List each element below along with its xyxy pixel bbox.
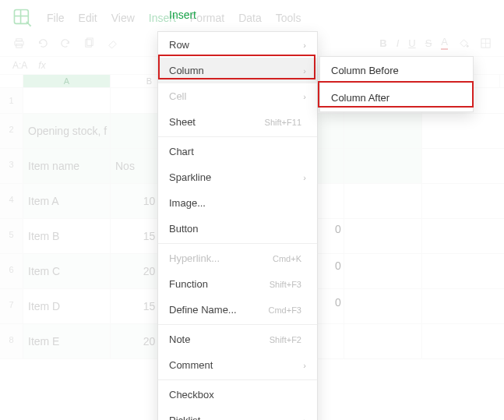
insert-sparkline[interactable]: Sparkline › [158,164,317,190]
menu-insert-active-label: Insert [169,9,196,21]
insert-cell[interactable]: Cell › [158,83,317,109]
cell-reference-box[interactable]: A:A [12,60,27,71]
menu-label: Define Name... [169,304,269,316]
menu-separator [158,243,317,244]
insert-hyperlink[interactable]: Hyperlink... Cmd+K [158,245,317,271]
copy-icon[interactable] [83,37,95,49]
menu-label: Checkbox [169,389,306,401]
fill-color-icon[interactable] [457,37,470,49]
menu-data[interactable]: Data [238,12,262,24]
cell[interactable] [23,88,111,113]
print-icon[interactable] [12,37,25,49]
svg-rect-5 [16,38,22,41]
menu-label: Column [169,65,303,76]
strike-button[interactable]: S [425,37,432,49]
insert-column[interactable]: Column › [158,58,317,83]
menu-tools[interactable]: Tools [276,12,301,24]
chevron-right-icon: › [303,41,306,50]
italic-button[interactable]: I [397,37,400,49]
menu-separator [158,324,317,325]
text-color-button[interactable]: A [441,36,448,50]
menu-label: Column After [331,92,389,104]
menu-separator [158,136,317,137]
cell[interactable]: Item name [23,149,111,183]
menu-label: Cell [169,90,303,102]
row-header[interactable]: 8 [0,324,23,358]
insert-chart[interactable]: Chart [158,139,317,164]
fx-label: fx [38,60,45,71]
row-header[interactable]: 6 [0,254,23,288]
insert-image[interactable]: Image... [158,190,317,216]
menu-label: Column Before [331,65,399,76]
chevron-right-icon: › [303,361,306,370]
shortcut-label: Shift+F3 [270,280,301,289]
row-header[interactable]: 2 [0,114,23,148]
menu-file[interactable]: File [47,12,65,24]
row-header[interactable]: 4 [0,184,23,218]
menu-separator [158,379,317,380]
shortcut-label: Shift+F11 [265,118,301,127]
row-header[interactable]: 5 [0,219,23,253]
menu-edit[interactable]: Edit [79,12,97,24]
menu-label: Image... [169,197,306,209]
eraser-icon[interactable] [106,37,118,49]
svg-point-9 [466,44,468,47]
menu-label: Row [169,39,303,51]
cell[interactable]: Item B [23,219,111,253]
bold-button[interactable]: B [379,37,386,49]
cell-e4: 0 [335,223,341,235]
underline-button[interactable]: U [408,37,415,49]
menu-label: Hyperlink... [169,252,273,264]
chevron-right-icon: › [303,416,306,421]
menu-label: Comment [169,359,303,371]
shortcut-label: Cmd+F3 [269,305,302,315]
menu-label: Sparkline [169,171,303,183]
column-after[interactable]: Column After [320,84,473,111]
cell[interactable]: Item A [23,184,111,218]
column-before[interactable]: Column Before [320,57,473,84]
cell[interactable]: Opening stock, f [23,114,111,148]
chevron-right-icon: › [303,66,306,76]
insert-define-name[interactable]: Define Name... Cmd+F3 [158,297,317,323]
menu-label: Sheet [169,116,265,128]
redo-icon[interactable] [59,37,72,49]
row-header[interactable]: 7 [0,289,23,323]
undo-icon[interactable] [36,37,48,49]
menu-label: Note [169,334,270,345]
column-submenu: Column Before Column After [319,56,474,112]
cell[interactable]: Item E [23,324,111,358]
insert-menu-dropdown: Row › Column › Cell › Sheet Shift+F11 Ch… [157,31,318,420]
row-header[interactable]: 3 [0,149,23,183]
cell-e5: 0 [335,259,341,272]
menu-label: Chart [169,146,306,157]
chevron-right-icon: › [303,173,306,182]
insert-checkbox[interactable]: Checkbox [158,382,317,408]
chevron-right-icon: › [303,92,306,101]
shortcut-label: Cmd+K [273,254,301,263]
menu-label: Picklist [169,415,303,420]
insert-function[interactable]: Function Shift+F3 [158,271,317,297]
cell[interactable]: Item C [23,254,111,288]
row-header[interactable]: 1 [0,88,23,113]
cell[interactable]: Item D [23,289,111,323]
insert-note[interactable]: Note Shift+F2 [158,326,317,352]
app-logo-icon [12,8,33,28]
cell-e6: 0 [335,296,341,309]
col-header-a[interactable]: A [23,75,111,87]
menu-label: Button [169,223,306,235]
shortcut-label: Shift+F2 [270,335,301,344]
menu-bar: File Edit View Insert Format Data Tools [0,0,504,33]
insert-picklist[interactable]: Picklist › [158,408,317,420]
insert-row[interactable]: Row › [158,32,317,58]
insert-comment[interactable]: Comment › [158,352,317,378]
borders-icon[interactable] [479,37,492,49]
menu-label: Function [169,278,270,290]
insert-button[interactable]: Button [158,216,317,242]
menu-view[interactable]: View [111,12,135,24]
insert-sheet[interactable]: Sheet Shift+F11 [158,109,317,135]
